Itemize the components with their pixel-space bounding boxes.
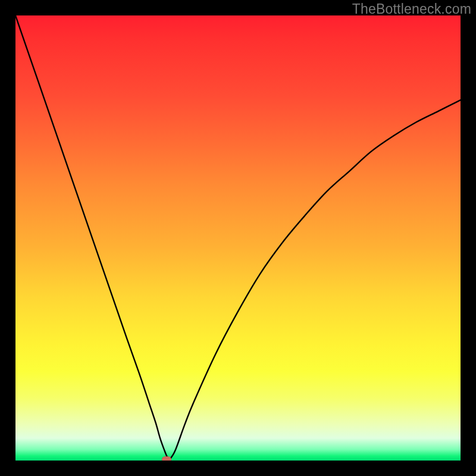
bottleneck-curve-path (15, 15, 461, 460)
plot-area (15, 15, 461, 461)
min-marker (162, 456, 171, 461)
chart-frame: TheBottleneck.com (0, 0, 476, 476)
curve-svg (15, 15, 461, 461)
watermark-text: TheBottleneck.com (352, 1, 471, 17)
